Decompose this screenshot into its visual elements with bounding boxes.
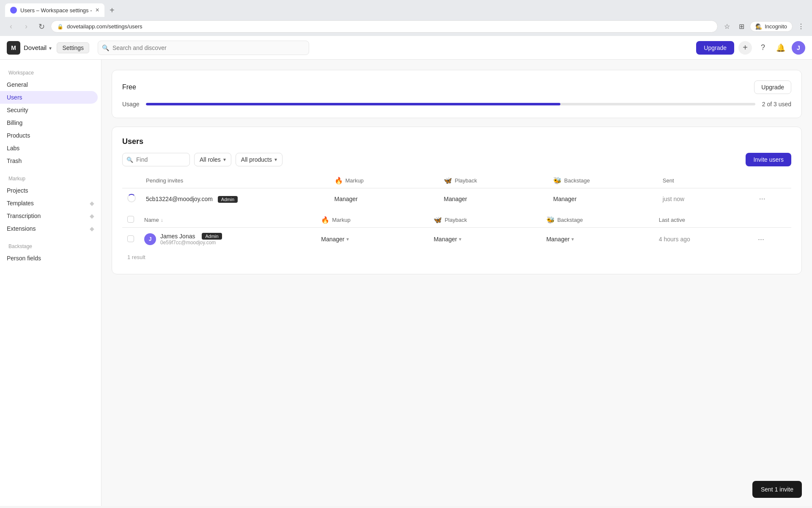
playback-role-value: Manager	[433, 236, 457, 243]
roles-filter-label: All roles	[200, 156, 221, 163]
sidebar-item-transcription[interactable]: Transcription ◆	[0, 210, 101, 222]
incognito-button[interactable]: 🕵 Incognito	[750, 21, 793, 32]
find-input-wrap: 🔍	[122, 153, 190, 166]
sidebar-security-label: Security	[7, 107, 28, 113]
th-markup: 🔥 Markup	[329, 173, 439, 188]
playback-role-chevron: ▾	[459, 236, 461, 242]
pending-markup-role-cell: Manager	[329, 188, 439, 210]
sidebar-item-trash[interactable]: Trash	[0, 155, 101, 167]
menu-button[interactable]: ⋮	[795, 21, 807, 33]
usage-label: Usage	[122, 101, 139, 108]
pending-markup-role: Manager	[335, 196, 358, 202]
backstage-role-select[interactable]: Manager ▾	[546, 236, 649, 243]
sidebar-workspace-label: Workspace	[0, 68, 101, 78]
tab-favicon	[10, 7, 17, 14]
backstage-role-chevron: ▾	[571, 236, 574, 242]
sort-arrow-icon: ↓	[161, 217, 163, 223]
extensions-button[interactable]: ⊞	[735, 21, 747, 33]
main-content: Free Upgrade Usage 2 of 3 used Users 🔍	[102, 60, 812, 506]
active-backstage-role-cell: Manager ▾	[541, 228, 654, 251]
settings-badge: Settings	[57, 42, 89, 53]
products-filter-label: All products	[241, 156, 272, 163]
sidebar-item-projects[interactable]: Projects	[0, 184, 101, 197]
users-section-title: Users	[122, 137, 791, 146]
th-pending-invites: Pending invites	[141, 173, 329, 188]
active-users-table: Name ↓ 🔥 Markup	[122, 213, 791, 251]
new-tab-button[interactable]: +	[106, 4, 118, 17]
user-admin-badge: Admin	[202, 233, 222, 240]
th-name: Name ↓	[139, 213, 316, 228]
backstage-emoji: 🐝	[553, 177, 562, 185]
search-input[interactable]	[98, 41, 309, 55]
tab-close-button[interactable]: ×	[96, 7, 99, 14]
sidebar-projects-label: Projects	[7, 187, 28, 194]
pending-playback-role-cell: Manager	[439, 188, 548, 210]
active-checkbox-cell	[122, 228, 139, 251]
active-playback-role-cell: Manager ▾	[428, 228, 541, 251]
browser-address-bar: ‹ › ↻ 🔒 dovetailapp.com/settings/users ☆…	[0, 17, 812, 36]
reload-button[interactable]: ↻	[36, 21, 47, 33]
usage-bar-wrap	[146, 103, 755, 105]
sidebar-general-label: General	[7, 81, 28, 88]
markup-role-value: Manager	[321, 236, 344, 243]
pending-backstage-role-cell: Manager	[548, 188, 658, 210]
products-filter-button[interactable]: All products ▾	[236, 153, 283, 166]
sidebar-item-general[interactable]: General	[0, 78, 101, 91]
find-icon: 🔍	[126, 157, 133, 163]
plan-row: Free Upgrade	[122, 80, 791, 94]
plus-button[interactable]: +	[738, 41, 752, 55]
app-name-chevron: ▾	[49, 45, 52, 51]
url-bar[interactable]: 🔒 dovetailapp.com/settings/users	[51, 20, 718, 33]
bookmark-button[interactable]: ☆	[721, 21, 733, 33]
sidebar-item-billing[interactable]: Billing	[0, 116, 101, 129]
pending-more-button[interactable]: ···	[757, 193, 768, 204]
sidebar-markup-label: Markup	[0, 174, 101, 184]
markup-role-select[interactable]: Manager ▾	[321, 236, 423, 243]
user-sub-email: 0e59f7cc@moodjoy.com	[160, 240, 222, 246]
sidebar-item-users[interactable]: Users	[0, 91, 98, 104]
plan-name: Free	[122, 83, 136, 91]
select-all-checkbox[interactable]	[127, 216, 134, 223]
usage-row: Usage 2 of 3 used	[122, 101, 791, 108]
app-name: Dovetail ▾	[24, 44, 52, 51]
sidebar-person-fields-label: Person fields	[7, 255, 41, 262]
browser-tab-active[interactable]: Users – Workspace settings - ×	[5, 3, 104, 17]
active-more-cell: ···	[750, 228, 791, 251]
notifications-button[interactable]: 🔔	[774, 41, 787, 55]
plan-upgrade-button[interactable]: Upgrade	[754, 80, 791, 94]
roles-filter-button[interactable]: All roles ▾	[194, 153, 231, 166]
th-active-actions	[750, 213, 791, 228]
sidebar-item-person-fields[interactable]: Person fields	[0, 252, 101, 265]
extensions-diamond-icon: ◆	[90, 225, 94, 232]
invite-users-button[interactable]: Invite users	[746, 153, 791, 166]
pending-email: 5cb13224@moodjoy.com	[146, 196, 213, 202]
back-button[interactable]: ‹	[5, 21, 17, 33]
app-logo: M Dovetail ▾	[7, 41, 52, 55]
pending-sent-cell: just now	[658, 188, 752, 210]
sidebar-labs-label: Labs	[7, 145, 19, 152]
sidebar-divider-2	[0, 235, 101, 242]
roles-filter-chevron: ▾	[223, 157, 226, 163]
browser-chrome: Users – Workspace settings - × + ‹ › ↻ 🔒…	[0, 0, 812, 36]
row-checkbox[interactable]	[127, 235, 134, 242]
playback-role-select[interactable]: Manager ▾	[433, 236, 536, 243]
sidebar-item-extensions[interactable]: Extensions ◆	[0, 222, 101, 235]
sidebar-item-labs[interactable]: Labs	[0, 142, 101, 155]
transcription-diamond-icon: ◆	[90, 213, 94, 219]
active-more-button[interactable]: ···	[755, 234, 767, 245]
app-container: M Dovetail ▾ Settings 🔍 Upgrade + ? 🔔 J …	[0, 36, 812, 506]
table-row: J James Jonas Admin 0e59f7cc@moodjoy.com	[122, 228, 791, 251]
help-button[interactable]: ?	[756, 41, 770, 55]
sidebar-item-security[interactable]: Security	[0, 104, 101, 116]
sidebar-item-templates[interactable]: Templates ◆	[0, 197, 101, 210]
upgrade-button[interactable]: Upgrade	[696, 41, 734, 55]
browser-tab-bar: Users – Workspace settings - × +	[0, 0, 812, 17]
sidebar-item-products[interactable]: Products	[0, 129, 101, 142]
markup-emoji: 🔥	[335, 177, 343, 185]
th-active-markup: 🔥 Markup	[316, 213, 428, 228]
markup-role-chevron: ▾	[346, 236, 349, 242]
forward-button[interactable]: ›	[20, 21, 32, 33]
active-header-row: Name ↓ 🔥 Markup	[122, 213, 791, 228]
user-avatar[interactable]: J	[792, 41, 805, 55]
sidebar-transcription-label: Transcription	[7, 213, 41, 219]
